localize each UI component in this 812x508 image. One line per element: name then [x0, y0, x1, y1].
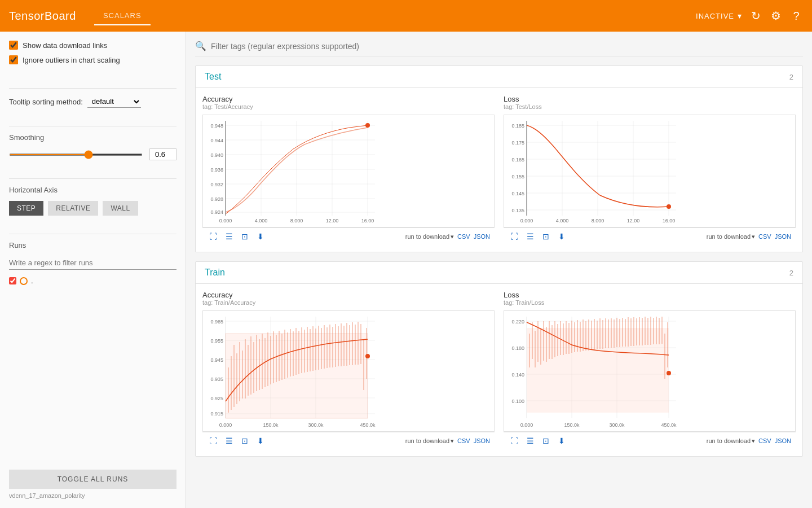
svg-text:0.932: 0.932: [210, 182, 223, 187]
train-loss-area: 0.220 0.180 0.140 0.100: [504, 310, 796, 432]
show-download-links-checkbox[interactable]: [9, 41, 18, 50]
horizontal-axis-section: Horizontal Axis STEP RELATIVE WALL: [9, 186, 176, 216]
runs-filter-input[interactable]: [9, 256, 176, 270]
download-icon-3[interactable]: ⬇: [254, 435, 267, 447]
svg-text:0.135: 0.135: [511, 208, 524, 213]
run-download-chevron-2[interactable]: ▾: [752, 233, 755, 240]
test-accuracy-toolbar: ⛶ ☰ ⊡ ⬇ run to download ▾ CSV JSON: [202, 227, 495, 245]
run-download-chevron[interactable]: ▾: [451, 233, 454, 240]
data-icon-3[interactable]: ☰: [223, 435, 235, 447]
show-download-links-row[interactable]: Show data download links: [9, 41, 176, 50]
svg-text:0.180: 0.180: [511, 345, 524, 351]
data-icon-2[interactable]: ☰: [524, 230, 536, 243]
train-section-title: Train: [205, 268, 225, 278]
csv-button-3[interactable]: CSV: [457, 437, 470, 444]
expand-icon-3[interactable]: ⛶: [207, 435, 219, 447]
main-content: 🔍 Test 2 Accuracy tag: Test/Accuracy 0.9…: [186, 32, 812, 508]
svg-rect-134: [527, 328, 669, 413]
sidebar-options: Show data download links Ignore outliers…: [9, 41, 176, 70]
svg-text:0.000: 0.000: [520, 218, 533, 224]
tooltip-select[interactable]: default ascending descending: [87, 95, 141, 108]
run-download-row: run to download ▾ CSV JSON: [405, 233, 490, 240]
divider-2: [9, 126, 176, 126]
ignore-outliers-checkbox[interactable]: [9, 55, 18, 64]
csv-button[interactable]: CSV: [457, 233, 470, 240]
svg-point-117: [365, 354, 370, 358]
svg-text:0.145: 0.145: [511, 191, 524, 196]
json-button[interactable]: JSON: [474, 233, 490, 240]
csv-button-2[interactable]: CSV: [758, 233, 771, 240]
svg-text:150.0k: 150.0k: [564, 422, 580, 428]
run-checkbox[interactable]: [9, 277, 16, 284]
download-icon-4[interactable]: ⬇: [555, 435, 568, 447]
test-loss-tag: tag: Test/Loss: [504, 103, 796, 110]
runs-section: Runs .: [9, 241, 176, 288]
smoothing-section: Smoothing: [9, 133, 176, 160]
run-download-chevron-4[interactable]: ▾: [752, 437, 755, 445]
svg-text:0.935: 0.935: [210, 376, 223, 382]
run-download-chevron-3[interactable]: ▾: [451, 437, 454, 445]
svg-text:0.155: 0.155: [511, 174, 524, 179]
data-icon[interactable]: ☰: [223, 230, 235, 243]
axis-btn-wall[interactable]: WALL: [103, 201, 138, 216]
svg-text:4.000: 4.000: [255, 218, 268, 224]
fit-icon-4[interactable]: ⊡: [540, 435, 552, 447]
expand-icon[interactable]: ⛶: [207, 230, 219, 243]
run-item: .: [9, 277, 176, 285]
header-nav: SCALARS: [94, 7, 151, 25]
ignore-outliers-row[interactable]: Ignore outliers in chart scaling: [9, 55, 176, 64]
train-accuracy-toolbar: ⛶ ☰ ⊡ ⬇ run to download ▾ CSV JSON: [202, 432, 495, 449]
fit-icon-2[interactable]: ⊡: [540, 230, 552, 243]
download-icon-2[interactable]: ⬇: [555, 230, 568, 243]
json-button-4[interactable]: JSON: [775, 437, 791, 444]
filter-input[interactable]: [211, 42, 803, 51]
tooltip-row: Tooltip sorting method: default ascendin…: [9, 95, 176, 108]
test-accuracy-chart: Accuracy tag: Test/Accuracy 0.948 0.944 …: [202, 95, 495, 245]
refresh-icon[interactable]: ↻: [749, 9, 762, 23]
test-section-count: 2: [789, 73, 793, 81]
csv-button-4[interactable]: CSV: [758, 437, 771, 444]
fit-icon[interactable]: ⊡: [239, 230, 251, 243]
test-loss-title: Loss: [504, 95, 796, 103]
inactive-label: INACTIVE: [696, 12, 734, 20]
svg-text:0.000: 0.000: [219, 218, 232, 224]
svg-text:4.000: 4.000: [556, 218, 569, 224]
svg-text:0.100: 0.100: [511, 398, 524, 404]
svg-text:12.00: 12.00: [326, 218, 339, 224]
svg-text:0.140: 0.140: [511, 372, 524, 378]
smoothing-value-input[interactable]: [149, 148, 176, 160]
expand-icon-4[interactable]: ⛶: [508, 435, 520, 447]
train-loss-chart: Loss tag: Train/Loss 0.220 0.180 0.140 0…: [504, 291, 796, 449]
nav-scalars[interactable]: SCALARS: [94, 7, 151, 25]
help-icon[interactable]: ?: [789, 9, 803, 23]
json-button-3[interactable]: JSON: [474, 437, 490, 444]
axis-buttons: STEP RELATIVE WALL: [9, 201, 176, 216]
fit-icon-3[interactable]: ⊡: [239, 435, 251, 447]
divider-4: [9, 234, 176, 234]
train-loss-tag: tag: Train/Loss: [504, 299, 796, 306]
axis-btn-step[interactable]: STEP: [9, 201, 43, 216]
dropdown-chevron-icon: ▾: [738, 11, 742, 20]
svg-text:16.00: 16.00: [361, 218, 374, 224]
svg-text:0.185: 0.185: [511, 123, 524, 129]
axis-btn-relative[interactable]: RELATIVE: [48, 201, 98, 216]
sidebar: Show data download links Ignore outliers…: [0, 32, 186, 508]
toggle-all-button[interactable]: TOGGLE ALL RUNS: [9, 470, 176, 489]
train-section: Train 2 Accuracy tag: Train/Accuracy 0.9…: [195, 261, 803, 457]
smoothing-row: [9, 148, 176, 160]
train-charts-row: Accuracy tag: Train/Accuracy 0.965 0.955…: [196, 284, 802, 456]
run-download-row-3: run to download ▾ CSV JSON: [405, 437, 490, 445]
data-icon-4[interactable]: ☰: [524, 435, 536, 447]
smoothing-slider[interactable]: [9, 154, 143, 156]
test-loss-chart: Loss tag: Test/Loss 0.185 0.175 0.165 0.…: [504, 95, 796, 245]
settings-icon[interactable]: ⚙: [769, 9, 783, 23]
inactive-dropdown[interactable]: INACTIVE ▾: [696, 11, 742, 20]
svg-text:0.175: 0.175: [511, 140, 524, 146]
expand-icon-2[interactable]: ⛶: [508, 230, 520, 243]
json-button-2[interactable]: JSON: [775, 233, 791, 240]
svg-text:0.925: 0.925: [210, 396, 223, 401]
svg-text:0.165: 0.165: [511, 157, 524, 163]
svg-point-43: [667, 204, 671, 209]
download-icon[interactable]: ⬇: [254, 230, 267, 243]
svg-text:450.0k: 450.0k: [360, 422, 376, 428]
